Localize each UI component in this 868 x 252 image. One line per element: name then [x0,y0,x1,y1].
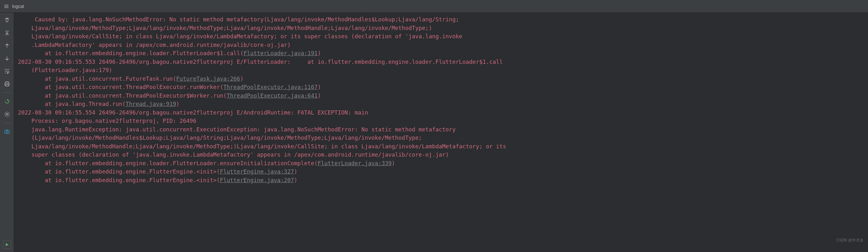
log-text: ) [240,76,244,82]
svg-point-2 [6,131,8,133]
log-text: 2022-08-30 09:16:55.553 26496-26496/org.… [18,59,503,65]
log-line: at java.util.concurrent.ThreadPoolExecut… [18,92,865,100]
panel-menu-icon[interactable] [4,4,9,9]
log-text: (Ljava/lang/invoke/MethodHandles$Lookup;… [31,135,422,141]
log-text: ) [294,169,298,175]
log-text: at io.flutter.embedding.engine.FlutterEn… [45,177,220,183]
log-line: Process: org.bagou.native2flutterproj, P… [18,117,865,125]
main-area: Caused by: java.lang.NoSuchMethodError: … [0,13,868,252]
source-link[interactable]: Thread.java:919 [126,101,176,107]
source-link[interactable]: ThreadPoolExecutor.java:641 [226,93,317,99]
log-text: at java.util.concurrent.ThreadPoolExecut… [45,84,223,90]
source-link[interactable]: FlutterLoader.java:339 [318,160,392,167]
log-line: at io.flutter.embedding.engine.FlutterEn… [18,176,865,185]
log-text: ) [318,50,321,57]
log-line: Caused by: java.lang.NoSuchMethodError: … [18,15,865,24]
log-text: ) [318,84,321,90]
log-line: 2022-08-30 09:16:55.553 26496-26496/org.… [18,58,865,66]
soft-wrap-icon[interactable] [3,67,11,75]
log-line: Ljava/lang/invoke/MethodHandle;Ljava/lan… [18,142,865,151]
source-link[interactable]: FutureTask.java:266 [176,76,240,82]
log-text: ) [318,93,321,99]
watermark: CSDN @学术袁 [836,238,864,243]
source-link[interactable]: ThreadPoolExecutor.java:1167 [223,84,318,90]
log-text: Ljava/lang/invoke/MethodHandle;Ljava/lan… [31,143,509,150]
print-icon[interactable] [3,80,11,88]
restart-icon[interactable] [3,97,11,106]
source-link[interactable]: FlutterEngine.java:327 [220,169,294,175]
log-line: at io.flutter.embedding.engine.loader.Fl… [18,159,865,168]
log-line: at java.lang.Thread.run(Thread.java:919) [18,100,865,108]
svg-rect-1 [4,131,9,134]
log-line: at java.util.concurrent.FutureTask.run(F… [18,75,865,83]
log-line: at java.util.concurrent.ThreadPoolExecut… [18,83,865,92]
log-line: at io.flutter.embedding.engine.loader.Fl… [18,49,865,58]
panel-title: logcat [12,4,24,9]
log-line: at io.flutter.embedding.engine.FlutterEn… [18,168,865,176]
log-text: at java.lang.Thread.run( [45,101,126,107]
log-text: Ljava/lang/invoke/MethodType;Ljava/lang/… [31,25,432,31]
log-text: super classes (declaration of 'java.lang… [31,151,449,158]
log-text: (FlutterLoader.java:179) [31,67,112,73]
toolbar-separator [3,93,11,93]
log-line: Ljava/lang/invoke/MethodType;Ljava/lang/… [18,24,865,33]
log-text: at java.util.concurrent.ThreadPoolExecut… [45,93,226,99]
log-line: .LambdaMetafactory' appears in /apex/com… [18,41,865,49]
log-text: ) [392,160,395,167]
logcat-header: logcat [0,0,868,13]
up-icon[interactable] [3,41,11,50]
logcat-toolbar [0,13,14,252]
screenshot-icon[interactable] [3,128,11,136]
log-text: ) [294,177,298,183]
log-line: Ljava/lang/invoke/CallSite; in class Lja… [18,32,865,41]
log-text: .LambdaMetafactory' appears in /apex/com… [31,42,290,48]
log-line: (FlutterLoader.java:179) [18,66,865,75]
settings-icon[interactable] [3,110,11,118]
source-link[interactable]: FlutterEngine.java:207 [220,177,294,183]
trash-icon[interactable] [3,16,11,24]
log-text: Ljava/lang/invoke/CallSite; in class Lja… [31,33,462,40]
log-text: Caused by: java.lang.NoSuchMethodError: … [35,16,459,23]
log-text: java.lang.RuntimeException: java.util.co… [31,126,456,133]
log-line: (Ljava/lang/invoke/MethodHandles$Lookup;… [18,134,865,142]
log-text: at io.flutter.embedding.engine.loader.Fl… [45,160,317,167]
scroll-to-end-icon[interactable] [3,29,11,37]
log-text: at io.flutter.embedding.engine.FlutterEn… [45,169,220,175]
log-output[interactable]: Caused by: java.lang.NoSuchMethodError: … [14,13,868,252]
toolbar-separator [3,123,11,123]
log-text: ) [176,101,180,107]
log-line: java.lang.RuntimeException: java.util.co… [18,125,865,134]
source-link[interactable]: FlutterLoader.java:191 [244,50,318,57]
log-text: at io.flutter.embedding.engine.loader.Fl… [45,50,244,57]
log-text: Process: org.bagou.native2flutterproj, P… [31,118,196,124]
log-line: 2022-08-30 09:16:55.554 26496-26496/org.… [18,108,865,117]
log-text: at java.util.concurrent.FutureTask.run( [45,76,176,82]
log-text: 2022-08-30 09:16:55.554 26496-26496/org.… [18,109,368,116]
log-line: super classes (declaration of 'java.lang… [18,151,865,159]
run-button[interactable] [3,241,11,249]
svg-point-0 [6,114,8,115]
down-icon[interactable] [3,54,11,63]
